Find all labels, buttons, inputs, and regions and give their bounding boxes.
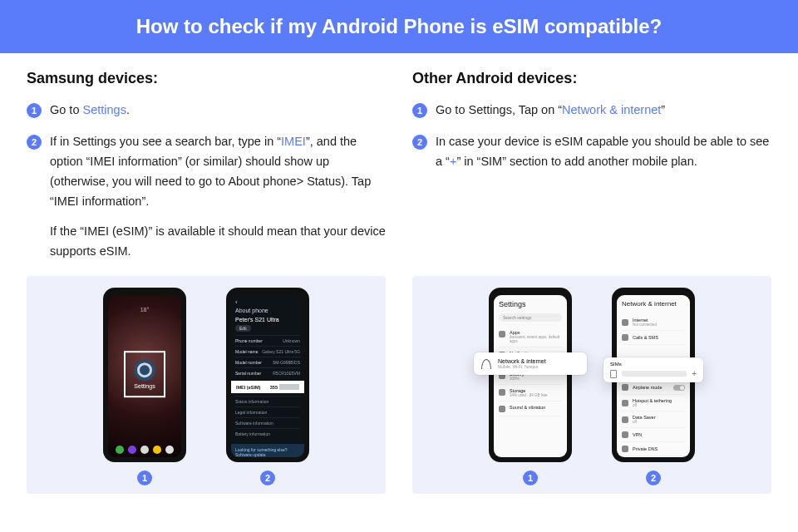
- samsung-screenshots: 18° Settings 1 ‹: [27, 276, 386, 494]
- dock: [108, 446, 181, 454]
- phone-screen: 18° Settings: [108, 295, 181, 457]
- callout-title: SIMs: [610, 362, 697, 367]
- step-text: ”: [661, 103, 665, 116]
- menu-item[interactable]: Software information: [235, 417, 300, 428]
- device-name: Peter's S21 Ultra: [235, 317, 300, 323]
- settings-item[interactable]: Airplane mode: [622, 381, 685, 395]
- redacted-value: [279, 384, 299, 390]
- other-shot-1: Settings Search settings AppsAssistant, …: [489, 288, 572, 485]
- other-column: Other Android devices: 1 Go to Settings,…: [412, 70, 771, 273]
- other-heading: Other Android devices:: [412, 70, 771, 87]
- network-internet-callout[interactable]: Network & internet Mobile, Wi-Fi, hotspo…: [474, 352, 587, 375]
- settings-link[interactable]: Settings: [83, 103, 126, 116]
- other-shot-2: Network & internet InternetNot connected…: [612, 288, 695, 485]
- info-row: Model numberSM-G998B/DS: [235, 357, 300, 367]
- page-title: How to check if my Android Phone is eSIM…: [136, 15, 663, 37]
- step-badge: 1: [412, 103, 427, 118]
- settings-app-icon[interactable]: Settings: [124, 351, 165, 397]
- callout-sub: Mobile, Wi-Fi, hotspot: [498, 364, 546, 369]
- shot-badge: 1: [523, 470, 538, 485]
- samsung-step-1: 1 Go to Settings.: [27, 101, 386, 121]
- search-input[interactable]: Search settings: [499, 313, 562, 322]
- step-badge: 2: [412, 135, 427, 150]
- item-icon: [622, 416, 628, 423]
- callout-title: Network & internet: [498, 358, 546, 364]
- item-icon: [622, 334, 628, 341]
- weather-widget: 18°: [108, 307, 181, 313]
- screenshots-row: 18° Settings 1 ‹: [0, 276, 798, 494]
- instructions-row: Samsung devices: 1 Go to Settings. 2 If …: [0, 53, 798, 273]
- phone-screen: ‹ About phone Peter's S21 Ultra Edit Pho…: [231, 295, 304, 457]
- plus-icon[interactable]: +: [692, 369, 697, 378]
- network-internet-link[interactable]: Network & internet: [562, 103, 661, 116]
- step-text: Go to: [50, 103, 83, 116]
- other-step-2: 2 In case your device is eSIM capable yo…: [412, 132, 771, 172]
- info-row: Model nameGalaxy S21 Ultra 5G: [235, 346, 300, 357]
- item-icon: [622, 400, 628, 406]
- other-screenshots: Settings Search settings AppsAssistant, …: [412, 276, 771, 494]
- settings-item[interactable]: Storage34% used · 84 GB free: [499, 385, 562, 401]
- item-icon: [622, 446, 628, 452]
- edit-button[interactable]: Edit: [235, 325, 251, 332]
- other-step-1: 1 Go to Settings, Tap on “Network & inte…: [412, 101, 771, 121]
- step-text-extra: If the “IMEI (eSIM)” is available it sho…: [50, 222, 386, 262]
- shot-badge: 1: [137, 470, 152, 485]
- toggle[interactable]: [673, 385, 685, 391]
- info-row: Serial numberR5CR10E5VM: [235, 367, 300, 378]
- screen-title: Settings: [499, 300, 562, 308]
- screen-title: About phone: [235, 308, 300, 313]
- step-text: ” in “SIM” section to add another mobile…: [456, 155, 697, 168]
- help-footer[interactable]: Looking for something else? Software upd…: [231, 444, 304, 457]
- settings-item[interactable]: Calls & SMS: [622, 331, 685, 345]
- imei-esim-row[interactable]: IMEI (eSIM) 355: [231, 381, 304, 393]
- sims-callout[interactable]: SIMs +: [603, 357, 703, 382]
- menu-item[interactable]: Status information: [235, 396, 300, 406]
- samsung-steps: 1 Go to Settings. 2 If in Settings you s…: [27, 101, 386, 261]
- shot-badge: 2: [646, 470, 661, 485]
- settings-item[interactable]: InternetNot connected: [622, 314, 685, 331]
- step-badge: 1: [27, 103, 42, 118]
- item-icon: [622, 431, 628, 438]
- samsung-shot-2: ‹ About phone Peter's S21 Ultra Edit Pho…: [226, 288, 309, 485]
- samsung-shot-1: 18° Settings 1: [103, 288, 186, 485]
- item-icon: [622, 319, 628, 326]
- info-row: Phone numberUnknown: [235, 335, 300, 346]
- screen-title: Network & internet: [622, 300, 685, 308]
- item-icon: [499, 406, 505, 412]
- settings-item[interactable]: Sound & vibration: [499, 401, 562, 416]
- gear-icon: [134, 359, 155, 381]
- menu-item[interactable]: Legal information: [235, 406, 300, 417]
- wifi-icon: [481, 359, 491, 369]
- step-text: Go to Settings, Tap on “: [436, 103, 562, 116]
- page-header: How to check if my Android Phone is eSIM…: [0, 0, 798, 53]
- step-text: If in Settings you see a search bar, typ…: [50, 135, 281, 148]
- step-badge: 2: [27, 135, 42, 150]
- phone-screen: Settings Search settings AppsAssistant, …: [494, 295, 567, 457]
- sim-icon: [610, 370, 617, 378]
- samsung-heading: Samsung devices:: [27, 70, 386, 87]
- samsung-step-2: 2 If in Settings you see a search bar, t…: [27, 132, 386, 262]
- settings-item[interactable]: Hotspot & tetheringoff: [622, 395, 685, 411]
- step-text: .: [126, 103, 130, 116]
- settings-item[interactable]: AppsAssistant, recent apps, default apps: [499, 327, 562, 347]
- back-icon[interactable]: ‹: [235, 298, 300, 306]
- item-icon: [622, 384, 628, 391]
- item-icon: [499, 389, 505, 396]
- settings-item[interactable]: Private DNS: [622, 442, 685, 456]
- redacted-value: [622, 371, 687, 377]
- settings-item[interactable]: Data Saveroff: [622, 411, 685, 428]
- shot-badge: 2: [260, 470, 275, 485]
- menu-item[interactable]: Battery information: [235, 428, 300, 439]
- settings-label: Settings: [134, 383, 155, 389]
- item-icon: [499, 331, 505, 337]
- settings-item[interactable]: VPN: [622, 428, 685, 442]
- imei-value-prefix: 355: [270, 385, 278, 390]
- imei-label: IMEI (eSIM): [236, 385, 260, 390]
- samsung-column: Samsung devices: 1 Go to Settings. 2 If …: [27, 70, 386, 273]
- imei-link[interactable]: IMEI: [281, 135, 306, 148]
- other-steps: 1 Go to Settings, Tap on “Network & inte…: [412, 101, 771, 172]
